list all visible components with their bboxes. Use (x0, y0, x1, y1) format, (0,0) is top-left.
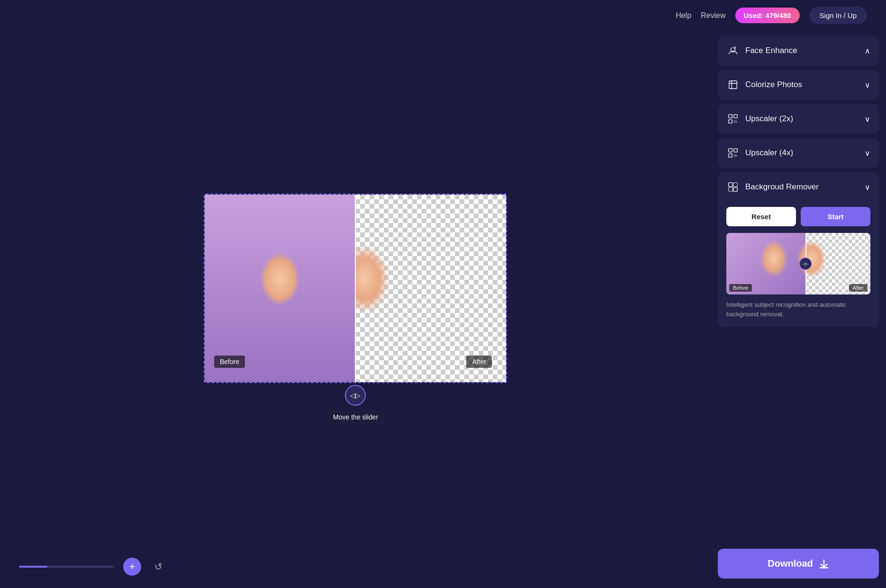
svg-rect-3 (734, 115, 737, 118)
bg-remover-chevron: ∨ (865, 183, 870, 192)
spacer (718, 331, 879, 583)
svg-rect-13 (733, 187, 737, 191)
thumb-slider-handle[interactable]: ◁▷ (799, 258, 812, 270)
header: Help Review Used: 479/480 Sign In / Up (0, 0, 886, 31)
colorize-label: Colorize Photos (745, 80, 802, 89)
tool-header-left: Face Enhance (726, 44, 797, 57)
svg-text:2x: 2x (734, 120, 738, 123)
thumb-before-label: Before (729, 284, 752, 292)
tool-action-buttons: Reset Start (726, 207, 870, 226)
tool-colorize-header[interactable]: Colorize Photos ∨ (718, 70, 879, 100)
before-label: Before (214, 356, 245, 368)
upscaler-2x-label: Upscaler (2x) (745, 114, 793, 124)
divider-line (355, 195, 356, 382)
review-link[interactable]: Review (701, 11, 725, 20)
tool-colorize: Colorize Photos ∨ (718, 70, 879, 100)
download-icon (819, 559, 829, 569)
slider-arrows-icon: ◁▷ (350, 392, 361, 399)
bg-remover-description: Intelligent subject recognition and auto… (726, 300, 870, 319)
face-enhance-icon (726, 44, 740, 57)
start-button[interactable]: Start (801, 207, 870, 226)
svg-text:4x: 4x (734, 154, 738, 157)
slider-handle[interactable]: ◁▷ (345, 385, 366, 406)
svg-rect-4 (729, 120, 732, 123)
tool-upscaler-2x-header[interactable]: 2x Upscaler (2x) ∨ (718, 104, 879, 134)
upscaler-2x-chevron: ∨ (865, 115, 870, 124)
thumb-arrows-icon: ◁▷ (803, 262, 808, 266)
upscaler-4x-chevron: ∨ (865, 149, 870, 158)
svg-rect-1 (729, 81, 737, 89)
download-button[interactable]: Download (718, 549, 879, 579)
tool-bg-remover-header[interactable]: Backgroud Remover ∨ (718, 172, 879, 202)
tool-face-enhance: Face Enhance ∧ (718, 36, 879, 66)
progress-bar-container (19, 566, 114, 568)
colorize-chevron: ∨ (865, 80, 870, 89)
download-label: Download (768, 558, 813, 569)
tool-upscaler-4x-header[interactable]: 4x Upscaler (4x) ∨ (718, 138, 879, 168)
svg-rect-12 (729, 187, 732, 191)
thumb-after-label: After (849, 284, 868, 292)
upscaler-2x-icon: 2x (726, 112, 740, 125)
svg-rect-11 (733, 183, 737, 187)
tool-upscaler-4x: 4x Upscaler (4x) ∨ (718, 138, 879, 168)
image-container: Before After Move the slider ◁▷ (204, 194, 507, 383)
refresh-button[interactable]: ↺ (151, 559, 166, 574)
before-image (205, 195, 355, 382)
face-enhance-chevron: ∧ (865, 46, 870, 55)
tool-bg-remover: Backgroud Remover ∨ Reset Start (718, 172, 879, 327)
tool-header-left: Backgroud Remover (726, 180, 819, 194)
svg-rect-7 (734, 149, 737, 152)
preview-thumbnail: ◁▷ Before After (726, 233, 870, 294)
help-link[interactable]: Help (676, 11, 691, 20)
progress-bar-fill (19, 566, 47, 568)
svg-rect-10 (729, 183, 732, 187)
right-panel: Face Enhance ∧ Colorize Photos ∨ (711, 31, 886, 588)
bg-remover-content: Reset Start ◁▷ Before After (718, 202, 879, 327)
bg-remover-label: Backgroud Remover (745, 182, 819, 192)
svg-rect-2 (729, 115, 732, 118)
add-button[interactable]: + (123, 558, 141, 576)
tool-header-left: Colorize Photos (726, 78, 802, 91)
svg-rect-6 (729, 149, 732, 152)
before-half (205, 195, 355, 382)
tool-header-left: 2x Upscaler (2x) (726, 112, 793, 125)
slider-tooltip: Move the slider (326, 410, 385, 425)
tool-header-left: 4x Upscaler (4x) (726, 146, 793, 160)
checker-bg (355, 195, 506, 382)
refresh-icon: ↺ (154, 561, 163, 572)
tool-face-enhance-header[interactable]: Face Enhance ∧ (718, 36, 879, 66)
colorize-icon (726, 78, 740, 91)
upscaler-4x-label: Upscaler (4x) (745, 148, 793, 158)
svg-rect-8 (729, 154, 732, 157)
face-enhance-label: Face Enhance (745, 46, 797, 55)
bottom-toolbar: + ↺ (0, 545, 711, 588)
signin-button[interactable]: Sign In / Up (809, 7, 867, 24)
upscaler-4x-icon: 4x (726, 146, 740, 160)
reset-button[interactable]: Reset (726, 207, 796, 226)
after-half (355, 195, 506, 382)
bg-remover-icon (726, 180, 740, 194)
after-label: After (466, 356, 492, 368)
canvas-area: Before After Move the slider ◁▷ (0, 31, 711, 545)
usage-badge: Used: 479/480 (735, 8, 800, 23)
tool-upscaler-2x: 2x Upscaler (2x) ∨ (718, 104, 879, 134)
plus-icon: + (129, 561, 136, 572)
